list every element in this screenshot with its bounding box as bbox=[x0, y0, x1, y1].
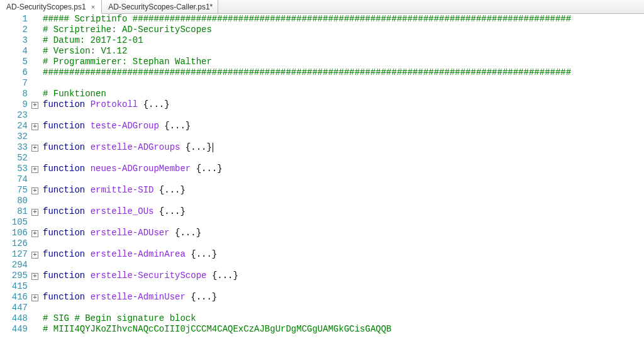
code-line[interactable]: ########################################… bbox=[43, 67, 644, 78]
code-line[interactable] bbox=[43, 78, 644, 89]
code-line[interactable]: # Version: V1.12 bbox=[43, 46, 644, 57]
code-content[interactable]: ##### Scriptinfo #######################… bbox=[43, 14, 644, 346]
code-line[interactable]: function erstelle-AdminUser {...} bbox=[43, 292, 644, 303]
token-text bbox=[85, 206, 90, 216]
token-keyword: function bbox=[43, 164, 85, 174]
token-keyword: function bbox=[43, 271, 85, 281]
code-line[interactable]: # Programmierer: Stephan Walther bbox=[43, 57, 644, 67]
token-text bbox=[85, 121, 90, 131]
close-icon[interactable]: × bbox=[90, 3, 96, 11]
code-editor[interactable]: 1234567892324323352537475808110510612612… bbox=[0, 14, 644, 346]
fold-expand-icon[interactable]: + bbox=[31, 145, 38, 152]
code-line[interactable]: function erstelle-ADGroups {...} bbox=[43, 142, 644, 153]
line-number: 81 bbox=[0, 206, 28, 217]
token-punct: {...} bbox=[159, 185, 186, 195]
token-punct: {...} bbox=[164, 121, 191, 131]
token-func: ermittle-SID bbox=[91, 185, 154, 195]
token-text bbox=[85, 99, 90, 109]
token-punct: {...} bbox=[159, 206, 186, 216]
line-number: 53 bbox=[0, 164, 28, 174]
fold-cell: + bbox=[31, 99, 43, 110]
fold-cell bbox=[31, 324, 43, 335]
code-line[interactable]: # MIII4QYJKoZIhvcNAQcCoIII0jCCCM4CAQExCz… bbox=[43, 324, 644, 335]
fold-expand-icon[interactable]: + bbox=[31, 230, 38, 237]
token-keyword: function bbox=[43, 142, 85, 152]
fold-cell: + bbox=[31, 185, 43, 196]
token-func: erstelle-AdminUser bbox=[91, 292, 186, 302]
fold-cell bbox=[31, 46, 43, 57]
fold-expand-icon[interactable]: + bbox=[31, 102, 38, 109]
code-line[interactable] bbox=[43, 174, 644, 185]
code-line[interactable] bbox=[43, 131, 644, 142]
fold-cell bbox=[31, 89, 43, 99]
line-number: 74 bbox=[0, 174, 28, 185]
token-keyword: function bbox=[43, 206, 85, 216]
line-number: 9 bbox=[0, 99, 28, 110]
tab-0[interactable]: AD-SecurityScopes.ps1× bbox=[0, 0, 102, 14]
line-number: 106 bbox=[0, 228, 28, 238]
fold-expand-icon[interactable]: + bbox=[31, 294, 38, 301]
code-line[interactable] bbox=[43, 281, 644, 292]
code-line[interactable]: function neues-ADGroupMember {...} bbox=[43, 164, 644, 174]
tab-label: AD-SecurityScopes.ps1 bbox=[6, 3, 86, 11]
token-punct: {...} bbox=[196, 164, 223, 174]
code-line[interactable] bbox=[43, 303, 644, 313]
token-punct: {...} bbox=[191, 249, 217, 259]
line-number: 449 bbox=[0, 324, 28, 335]
code-line[interactable] bbox=[43, 260, 644, 271]
token-keyword: function bbox=[43, 249, 85, 259]
token-text bbox=[85, 164, 90, 174]
token-keyword: function bbox=[43, 99, 85, 109]
code-line[interactable] bbox=[43, 238, 644, 249]
code-line[interactable]: # Datum: 2017-12-01 bbox=[43, 35, 644, 46]
token-func: erstelle-AdminArea bbox=[91, 249, 186, 259]
line-number: 447 bbox=[0, 303, 28, 313]
fold-cell bbox=[31, 238, 43, 249]
fold-expand-icon[interactable]: + bbox=[31, 273, 38, 280]
fold-cell: + bbox=[31, 249, 43, 260]
code-line[interactable]: # Scriptreihe: AD-SecurityScopes bbox=[43, 25, 644, 35]
fold-expand-icon[interactable]: + bbox=[31, 252, 38, 259]
fold-cell bbox=[31, 14, 43, 25]
line-number: 127 bbox=[0, 249, 28, 260]
token-text bbox=[186, 292, 191, 302]
line-number: 416 bbox=[0, 292, 28, 303]
code-line[interactable] bbox=[43, 217, 644, 228]
code-line[interactable]: # Funktionen bbox=[43, 89, 644, 99]
line-number: 7 bbox=[0, 78, 28, 89]
line-number: 24 bbox=[0, 121, 28, 131]
fold-expand-icon[interactable]: + bbox=[31, 123, 38, 130]
token-comment: # Version: V1.12 bbox=[43, 46, 127, 56]
line-number: 448 bbox=[0, 313, 28, 324]
fold-cell: + bbox=[31, 121, 43, 131]
code-line[interactable]: function teste-ADGroup {...} bbox=[43, 121, 644, 131]
code-line[interactable] bbox=[43, 110, 644, 121]
fold-cell bbox=[31, 25, 43, 35]
token-keyword: function bbox=[43, 228, 85, 238]
code-line[interactable]: function erstelle-ADUser {...} bbox=[43, 228, 644, 238]
token-func: Protokoll bbox=[91, 99, 138, 109]
line-number: 52 bbox=[0, 153, 28, 164]
fold-expand-icon[interactable]: + bbox=[31, 166, 38, 173]
token-comment: # SIG # Begin signature block bbox=[43, 313, 196, 323]
code-line[interactable]: function ermittle-SID {...} bbox=[43, 185, 644, 196]
code-line[interactable] bbox=[43, 196, 644, 206]
code-line[interactable]: function erstelle-AdminArea {...} bbox=[43, 249, 644, 260]
token-comment: # Scriptreihe: AD-SecurityScopes bbox=[43, 25, 212, 35]
code-line[interactable]: function Protokoll {...} bbox=[43, 99, 644, 110]
code-line[interactable]: # SIG # Begin signature block bbox=[43, 313, 644, 324]
fold-cell bbox=[31, 313, 43, 324]
code-line[interactable]: function erstelle-SecurityScope {...} bbox=[43, 271, 644, 281]
token-func: neues-ADGroupMember bbox=[91, 164, 191, 174]
fold-expand-icon[interactable]: + bbox=[31, 187, 38, 194]
line-number-gutter: 1234567892324323352537475808110510612612… bbox=[0, 14, 31, 346]
code-line[interactable]: ##### Scriptinfo #######################… bbox=[43, 14, 644, 25]
token-text bbox=[186, 249, 191, 259]
code-line[interactable]: function erstelle_OUs {...} bbox=[43, 206, 644, 217]
code-line[interactable] bbox=[43, 153, 644, 164]
fold-cell bbox=[31, 67, 43, 78]
fold-cell bbox=[31, 110, 43, 121]
line-number: 33 bbox=[0, 142, 28, 153]
tab-1[interactable]: AD-SecurityScopes-Caller.ps1* bbox=[102, 0, 218, 13]
fold-expand-icon[interactable]: + bbox=[31, 209, 38, 216]
